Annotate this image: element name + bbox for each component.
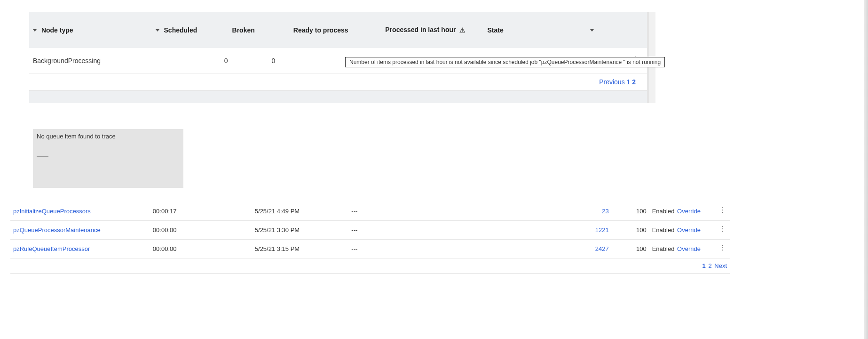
divider [37, 156, 48, 157]
table-row: pzInitializeQueueProcessors 00:00:17 5/2… [10, 202, 730, 221]
col-state-label: State [487, 26, 503, 34]
cell-value: 100 [612, 240, 649, 258]
col-processed[interactable]: Processed in last hour ⚠ [381, 12, 483, 48]
row-menu-button[interactable]: ··· [718, 244, 727, 253]
col-nodetype[interactable]: Node type [29, 12, 152, 48]
table-row: pzQueueProcessorMaintenance 00:00:00 5/2… [10, 221, 730, 240]
count-link[interactable]: 23 [602, 208, 608, 215]
state-text: Enabled [652, 245, 675, 252]
processed-tooltip: Number of items processed in last hour i… [345, 57, 665, 67]
override-link[interactable]: Override [677, 208, 701, 215]
count-link[interactable]: 2427 [595, 245, 609, 252]
job-name-link[interactable]: pzQueueProcessorMaintenance [13, 226, 101, 234]
node-table-section: Node type Scheduled Broken Ready to proc… [29, 12, 649, 103]
col-state[interactable]: State [483, 12, 606, 48]
state-text: Enabled [652, 208, 675, 215]
queue-table: pzInitializeQueueProcessors 00:00:17 5/2… [10, 202, 730, 258]
cell-duration: 00:00:00 [150, 240, 252, 258]
queue-table-section: pzInitializeQueueProcessors 00:00:17 5/2… [10, 202, 730, 274]
col-actions [606, 12, 647, 48]
pagination-page-1[interactable]: 1 [702, 262, 706, 269]
cell-value: 100 [612, 221, 649, 240]
chevron-down-icon [590, 29, 594, 32]
pagination-page-2[interactable]: 2 [708, 262, 711, 269]
count-link[interactable]: 1221 [595, 226, 609, 234]
cell-nodetype: BackgroundProcessing [29, 48, 152, 73]
col-ready-label: Ready to process [293, 26, 348, 34]
cell-broken: 0 [229, 48, 290, 73]
job-name-link[interactable]: pzRuleQueueItemProcessor [13, 245, 90, 252]
warning-icon: ⚠ [459, 26, 466, 34]
chevron-down-icon [156, 29, 159, 32]
cell-duration: 00:00:17 [150, 202, 252, 221]
row-menu-button[interactable]: ··· [718, 225, 727, 234]
col-scheduled[interactable]: Scheduled [152, 12, 229, 48]
col-broken-label: Broken [232, 26, 255, 34]
override-link[interactable]: Override [677, 226, 701, 234]
col-processed-label: Processed in last hour [385, 26, 456, 33]
pagination-previous[interactable]: Previous [599, 78, 624, 86]
cell-dash: --- [348, 221, 531, 240]
row-menu-button[interactable]: ··· [718, 206, 727, 216]
trace-message-text: No queue item found to trace [37, 133, 116, 140]
cell-dash: --- [348, 240, 531, 258]
page-scrollbar[interactable] [864, 0, 868, 339]
cell-scheduled: 0 [152, 48, 229, 73]
cell-value: 100 [612, 202, 649, 221]
col-broken[interactable]: Broken [229, 12, 290, 48]
bottom-pagination: 1 2 Next [10, 258, 730, 273]
table-row: pzRuleQueueItemProcessor 00:00:00 5/25/2… [10, 240, 730, 258]
pagination-page-1[interactable]: 1 [627, 78, 631, 86]
cell-time: 5/25/21 4:49 PM [252, 202, 349, 221]
chevron-down-icon [33, 29, 37, 32]
cell-time: 5/25/21 3:15 PM [252, 240, 349, 258]
col-nodetype-label: Node type [41, 26, 73, 34]
col-ready[interactable]: Ready to process [290, 12, 381, 48]
state-text: Enabled [652, 226, 675, 234]
override-link[interactable]: Override [677, 245, 701, 252]
trace-message-box: No queue item found to trace [33, 129, 183, 188]
col-scheduled-label: Scheduled [164, 26, 197, 34]
cell-dash: --- [348, 202, 531, 221]
job-name-link[interactable]: pzInitializeQueueProcessors [13, 208, 91, 215]
pagination-page-2[interactable]: 2 [632, 78, 636, 86]
pagination-next[interactable]: Next [714, 262, 727, 269]
top-pagination: Previous 1 2 [29, 73, 647, 91]
cell-duration: 00:00:00 [150, 221, 252, 240]
cell-time: 5/25/21 3:30 PM [252, 221, 349, 240]
table-footer-bar [29, 91, 647, 103]
